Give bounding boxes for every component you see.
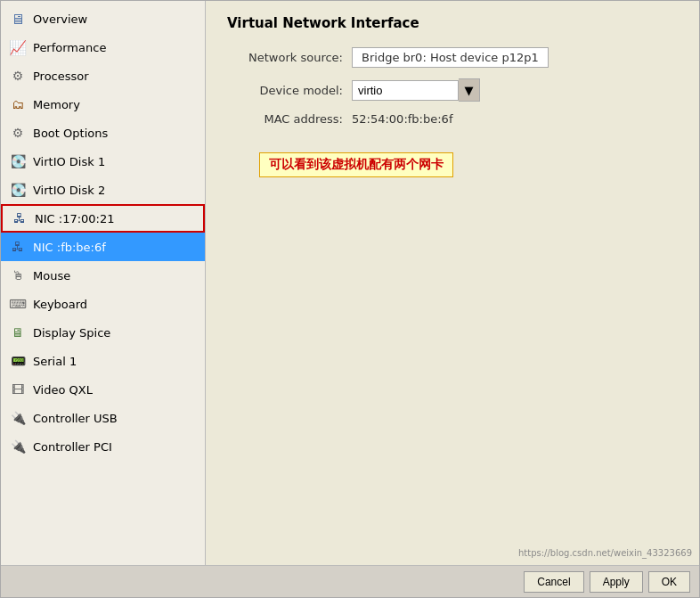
device-model-wrap: virtio e1000 rtl8139 ▼	[352, 78, 480, 102]
panel-title: Virtual Network Interface	[227, 15, 678, 31]
watermark: https://blog.csdn.net/weixin_43323669	[518, 548, 692, 558]
sidebar-item-nic-fb[interactable]: 🖧 NIC :fb:be:6f	[1, 233, 205, 261]
memory-icon: 🗂	[8, 94, 28, 114]
cpu-icon: ⚙	[8, 66, 28, 86]
usb-icon: 🔌	[8, 408, 28, 428]
network-source-label: Network source:	[227, 51, 352, 64]
sidebar: 🖥 Overview 📈 Performance ⚙ Processor 🗂 M…	[1, 1, 206, 565]
sidebar-label-boot-options: Boot Options	[33, 127, 108, 140]
main-window: 🖥 Overview 📈 Performance ⚙ Processor 🗂 M…	[0, 0, 700, 598]
sidebar-label-performance: Performance	[33, 41, 106, 54]
mac-address-label: MAC address:	[227, 112, 352, 126]
sidebar-item-keyboard[interactable]: ⌨ Keyboard	[1, 290, 205, 318]
disk2-icon: 💽	[8, 180, 28, 200]
network-source-value: Bridge br0: Host device p12p1	[352, 47, 549, 68]
sidebar-label-virtio-disk-2: VirtIO Disk 2	[33, 184, 105, 197]
sidebar-label-mouse: Mouse	[33, 269, 70, 283]
sidebar-item-display-spice[interactable]: 🖥 Display Spice	[1, 318, 205, 347]
dropdown-arrow-icon[interactable]: ▼	[459, 78, 480, 102]
sidebar-label-keyboard: Keyboard	[33, 298, 87, 311]
sidebar-item-controller-pci[interactable]: 🔌 Controller PCI	[1, 432, 205, 461]
sidebar-item-processor[interactable]: ⚙ Processor	[1, 61, 205, 90]
sidebar-label-overview: Overview	[33, 12, 87, 26]
device-model-label: Device model:	[227, 84, 352, 97]
cancel-button[interactable]: Cancel	[524, 571, 583, 593]
sidebar-label-video-qxl: Video QXL	[33, 383, 93, 397]
sidebar-label-controller-pci: Controller PCI	[33, 440, 112, 454]
nic-fb-icon: 🖧	[8, 237, 28, 257]
sidebar-label-memory: Memory	[33, 98, 80, 111]
video-icon: 🎞	[8, 380, 28, 399]
display-icon: 🖥	[8, 323, 28, 342]
sidebar-item-video-qxl[interactable]: 🎞 Video QXL	[1, 375, 205, 404]
sidebar-label-serial-1: Serial 1	[33, 355, 77, 368]
sidebar-item-performance[interactable]: 📈 Performance	[1, 33, 205, 61]
network-source-row: Network source: Bridge br0: Host device …	[227, 47, 678, 68]
chart-icon: 📈	[8, 37, 28, 57]
sidebar-item-nic-17[interactable]: 🖧 NIC :17:00:21	[1, 204, 205, 233]
device-model-select[interactable]: virtio e1000 rtl8139	[352, 80, 459, 101]
sidebar-item-memory[interactable]: 🗂 Memory	[1, 90, 205, 119]
sidebar-item-boot-options[interactable]: ⚙ Boot Options	[1, 119, 205, 147]
apply-button[interactable]: Apply	[590, 571, 643, 593]
device-model-row: Device model: virtio e1000 rtl8139 ▼	[227, 78, 678, 102]
keyboard-icon: ⌨	[8, 294, 28, 314]
bottom-bar: Cancel Apply OK	[1, 565, 699, 597]
sidebar-label-controller-usb: Controller USB	[33, 412, 118, 425]
mac-address-row: MAC address: 52:54:00:fb:be:6f	[227, 112, 678, 126]
sidebar-label-virtio-disk-1: VirtIO Disk 1	[33, 155, 105, 168]
content-area: 🖥 Overview 📈 Performance ⚙ Processor 🗂 M…	[1, 1, 699, 565]
disk1-icon: 💽	[8, 152, 28, 171]
sidebar-label-display-spice: Display Spice	[33, 326, 110, 340]
boot-icon: ⚙	[8, 123, 28, 143]
sidebar-item-overview[interactable]: 🖥 Overview	[1, 4, 205, 33]
monitor-icon: 🖥	[8, 9, 28, 29]
ok-button[interactable]: OK	[648, 571, 690, 593]
sidebar-label-nic-17: NIC :17:00:21	[35, 212, 115, 225]
mac-address-value: 52:54:00:fb:be:6f	[352, 112, 452, 126]
sidebar-item-controller-usb[interactable]: 🔌 Controller USB	[1, 404, 205, 432]
sidebar-item-serial-1[interactable]: 📟 Serial 1	[1, 347, 205, 375]
sidebar-item-mouse[interactable]: 🖱 Mouse	[1, 261, 205, 290]
nic17-icon: 🖧	[10, 209, 29, 228]
sidebar-label-processor: Processor	[33, 70, 89, 83]
sidebar-item-virtio-disk-1[interactable]: 💽 VirtIO Disk 1	[1, 147, 205, 176]
sidebar-item-virtio-disk-2[interactable]: 💽 VirtIO Disk 2	[1, 176, 205, 204]
mouse-icon: 🖱	[8, 266, 28, 285]
sidebar-label-nic-fb: NIC :fb:be:6f	[33, 241, 106, 254]
annotation-text: 可以看到该虚拟机配有两个网卡	[269, 157, 444, 171]
pci-icon: 🔌	[8, 437, 28, 456]
serial-icon: 📟	[8, 351, 28, 371]
annotation-box: 可以看到该虚拟机配有两个网卡	[259, 152, 453, 177]
main-panel: Virtual Network Interface Network source…	[206, 1, 699, 565]
